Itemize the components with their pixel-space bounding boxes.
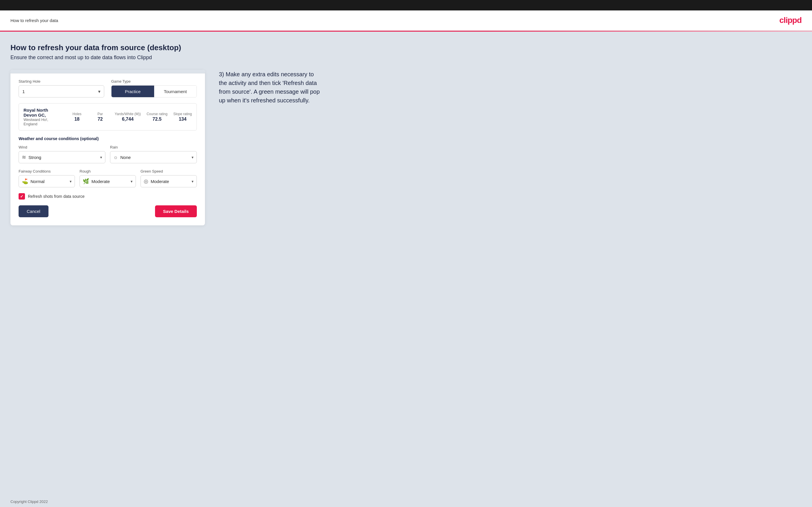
copyright-text: Copyright Clippd 2022 [10, 500, 48, 504]
slope-rating-stat: Slope rating 134 [173, 112, 192, 122]
green-speed-group: Green Speed ◎ Moderate Slow Fast ▾ [141, 169, 197, 187]
holes-stat: Holes 18 [68, 112, 86, 122]
course-rating-label: Course rating [147, 112, 167, 116]
refresh-checkbox-row[interactable]: ✓ Refresh shots from data source [18, 193, 197, 200]
rough-select-wrapper[interactable]: 🌿 Moderate Light Heavy ▾ [80, 175, 136, 187]
starting-hole-group: Starting Hole 1 10 ▾ [18, 79, 104, 98]
wind-icon: ≋ [22, 154, 26, 160]
rough-select[interactable]: Moderate Light Heavy [92, 179, 133, 184]
practice-button[interactable]: Practice [111, 86, 154, 97]
cancel-button[interactable]: Cancel [18, 205, 48, 217]
side-text: 3) Make any extra edits necessary to the… [219, 70, 323, 105]
starting-game-row: Starting Hole 1 10 ▾ Game Type Practice … [18, 79, 197, 98]
wind-label: Wind [18, 145, 105, 149]
green-speed-select[interactable]: Moderate Slow Fast [151, 179, 194, 184]
form-card-top [10, 70, 205, 73]
weather-section-label: Weather and course conditions (optional) [18, 136, 197, 141]
fairway-icon: ⛳ [22, 178, 28, 184]
content-layout: Starting Hole 1 10 ▾ Game Type Practice … [10, 70, 802, 225]
conditions-row: Fairway Conditions ⛳ Normal Soft Hard ▾ … [18, 169, 197, 187]
slope-rating-value: 134 [173, 117, 192, 122]
fairway-label: Fairway Conditions [18, 169, 75, 173]
save-details-button[interactable]: Save Details [155, 205, 197, 217]
page-subtitle: Ensure the correct and most up to date d… [10, 55, 802, 61]
starting-hole-select[interactable]: 1 10 [22, 89, 100, 94]
starting-hole-select-wrapper[interactable]: 1 10 ▾ [18, 85, 104, 98]
rain-select[interactable]: None Light Heavy [120, 155, 194, 160]
starting-hole-label: Starting Hole [18, 79, 104, 83]
course-rating-stat: Course rating 72.5 [147, 112, 167, 122]
holes-label: Holes [68, 112, 86, 116]
top-bar [0, 0, 812, 10]
yards-label: Yards/White (M)) [115, 112, 141, 116]
main-content: How to refresh your data from source (de… [0, 32, 812, 495]
checkmark-icon: ✓ [20, 194, 23, 199]
green-speed-icon: ◎ [144, 178, 148, 184]
wind-rain-row: Wind ≋ Strong None Light Moderate ▾ Rain [18, 145, 197, 163]
game-type-label: Game Type [111, 79, 197, 83]
wind-group: Wind ≋ Strong None Light Moderate ▾ [18, 145, 105, 163]
green-speed-select-wrapper[interactable]: ◎ Moderate Slow Fast ▾ [141, 175, 197, 187]
rain-label: Rain [110, 145, 197, 149]
rain-icon: ☼ [113, 154, 118, 160]
game-type-group: Game Type Practice Tournament [111, 79, 197, 98]
green-speed-label: Green Speed [141, 169, 197, 173]
course-name: Royal North Devon GC, Westward Ho!, Engl… [23, 108, 62, 126]
header-title: How to refresh your data [10, 18, 58, 23]
fairway-select[interactable]: Normal Soft Hard [31, 179, 72, 184]
game-type-buttons: Practice Tournament [111, 85, 197, 98]
fairway-select-wrapper[interactable]: ⛳ Normal Soft Hard ▾ [18, 175, 75, 187]
side-text-content: 3) Make any extra edits necessary to the… [219, 70, 323, 105]
form-card: Starting Hole 1 10 ▾ Game Type Practice … [10, 70, 205, 225]
fairway-group: Fairway Conditions ⛳ Normal Soft Hard ▾ [18, 169, 75, 187]
par-stat: Par 72 [92, 112, 109, 122]
page-title: How to refresh your data from source (de… [10, 43, 802, 52]
wind-select[interactable]: Strong None Light Moderate [29, 155, 102, 160]
rain-select-wrapper[interactable]: ☼ None Light Heavy ▾ [110, 151, 197, 163]
rain-group: Rain ☼ None Light Heavy ▾ [110, 145, 197, 163]
wind-select-wrapper[interactable]: ≋ Strong None Light Moderate ▾ [18, 151, 105, 163]
header: How to refresh your data clippd [0, 10, 812, 31]
yards-value: 6,744 [115, 117, 141, 122]
rough-group: Rough 🌿 Moderate Light Heavy ▾ [80, 169, 136, 187]
par-value: 72 [92, 117, 109, 122]
course-name-main: Royal North Devon GC, [23, 108, 62, 117]
slope-rating-label: Slope rating [173, 112, 192, 116]
footer: Copyright Clippd 2022 [0, 495, 812, 507]
tournament-button[interactable]: Tournament [154, 86, 197, 97]
yards-stat: Yards/White (M)) 6,744 [115, 112, 141, 122]
logo: clippd [779, 16, 802, 25]
refresh-checkbox-label: Refresh shots from data source [28, 194, 85, 199]
rough-icon: 🌿 [83, 178, 89, 184]
course-rating-value: 72.5 [147, 117, 167, 122]
button-row: Cancel Save Details [18, 205, 197, 217]
course-name-sub: Westward Ho!, England [23, 117, 62, 126]
rough-label: Rough [80, 169, 136, 173]
refresh-checkbox[interactable]: ✓ [18, 193, 25, 200]
holes-value: 18 [68, 117, 86, 122]
par-label: Par [92, 112, 109, 116]
course-info-row: Royal North Devon GC, Westward Ho!, Engl… [18, 103, 197, 130]
